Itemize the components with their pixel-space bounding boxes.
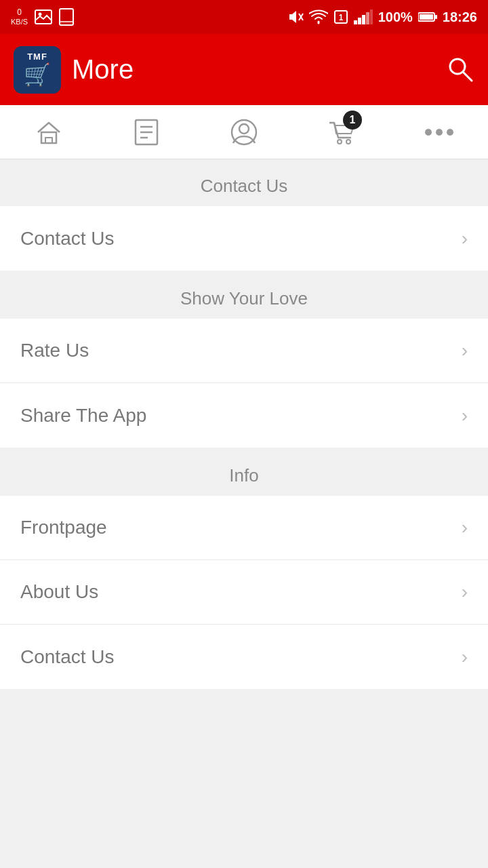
contact-us-label: Contact Us bbox=[20, 228, 115, 250]
svg-rect-10 bbox=[358, 18, 361, 24]
svg-text:1: 1 bbox=[338, 13, 343, 22]
chevron-right-icon-3: › bbox=[462, 517, 468, 538]
about-us-label: About Us bbox=[20, 581, 98, 603]
wifi-icon bbox=[309, 9, 328, 24]
mute-icon bbox=[287, 9, 304, 25]
image-icon bbox=[35, 9, 52, 24]
frontpage-label: Frontpage bbox=[20, 517, 107, 538]
app-logo: TMF 🛒 bbox=[14, 46, 61, 94]
more-dots-icon bbox=[425, 129, 453, 136]
info-card: Frontpage › About Us › Contact Us › bbox=[0, 496, 488, 689]
profile-icon bbox=[230, 119, 258, 146]
header-title: More bbox=[72, 54, 134, 85]
share-app-label: Share The App bbox=[20, 405, 146, 427]
tablet-icon bbox=[59, 8, 74, 26]
nav-cart[interactable]: 1 bbox=[293, 105, 390, 159]
svg-rect-9 bbox=[354, 20, 357, 24]
rate-us-item[interactable]: Rate Us › bbox=[0, 319, 488, 383]
contact-us-item[interactable]: Contact Us › bbox=[0, 206, 488, 271]
orders-icon bbox=[134, 119, 159, 146]
svg-rect-16 bbox=[435, 15, 437, 19]
status-left: 0 KB/S bbox=[11, 8, 74, 26]
contact-us-2-item[interactable]: Contact Us › bbox=[0, 625, 488, 689]
nav-orders[interactable] bbox=[98, 105, 195, 159]
svg-point-27 bbox=[338, 140, 342, 144]
svg-rect-2 bbox=[60, 9, 73, 25]
kb-indicator: 0 KB/S bbox=[11, 8, 28, 25]
svg-point-26 bbox=[239, 124, 249, 134]
nav-profile[interactable] bbox=[195, 105, 293, 159]
app-header: TMF 🛒 More bbox=[0, 34, 488, 105]
header-left: TMF 🛒 More bbox=[14, 46, 134, 94]
svg-rect-15 bbox=[420, 14, 433, 20]
nav-more[interactable] bbox=[390, 105, 488, 159]
svg-point-28 bbox=[346, 140, 350, 144]
chevron-right-icon-2: › bbox=[462, 405, 468, 427]
battery-icon bbox=[418, 12, 437, 22]
contact-us-card: Contact Us › bbox=[0, 206, 488, 271]
svg-line-18 bbox=[463, 72, 472, 81]
status-right: 1 100% 18:26 bbox=[287, 9, 477, 25]
home-icon bbox=[35, 119, 62, 146]
cart-badge: 1 bbox=[343, 111, 362, 130]
chevron-right-icon: › bbox=[462, 340, 468, 361]
section-header-love: Show Your Love bbox=[0, 272, 488, 319]
sim-icon: 1 bbox=[333, 9, 348, 24]
show-love-card: Rate Us › Share The App › bbox=[0, 319, 488, 448]
time: 18:26 bbox=[443, 9, 477, 25]
svg-rect-12 bbox=[366, 12, 369, 24]
bottom-nav: 1 bbox=[0, 105, 488, 159]
status-bar: 0 KB/S 1 bbox=[0, 0, 488, 34]
chevron-icon: › bbox=[462, 228, 468, 250]
chevron-right-icon-5: › bbox=[462, 646, 468, 668]
section-header-info: Info bbox=[0, 449, 488, 496]
contact-us-2-label: Contact Us bbox=[20, 646, 115, 668]
svg-marker-4 bbox=[289, 11, 296, 23]
svg-rect-11 bbox=[362, 15, 365, 24]
about-us-item[interactable]: About Us › bbox=[0, 560, 488, 625]
svg-rect-13 bbox=[370, 9, 373, 24]
battery-percentage: 100% bbox=[378, 9, 413, 25]
signal-icon bbox=[354, 9, 373, 24]
nav-home[interactable] bbox=[0, 105, 98, 159]
rate-us-label: Rate Us bbox=[20, 340, 89, 361]
search-icon[interactable] bbox=[445, 54, 474, 86]
section-header-contact: Contact Us bbox=[0, 159, 488, 206]
content: Contact Us Contact Us › Show Your Love R… bbox=[0, 159, 488, 689]
share-app-item[interactable]: Share The App › bbox=[0, 383, 488, 448]
chevron-right-icon-4: › bbox=[462, 581, 468, 603]
frontpage-item[interactable]: Frontpage › bbox=[0, 496, 488, 560]
